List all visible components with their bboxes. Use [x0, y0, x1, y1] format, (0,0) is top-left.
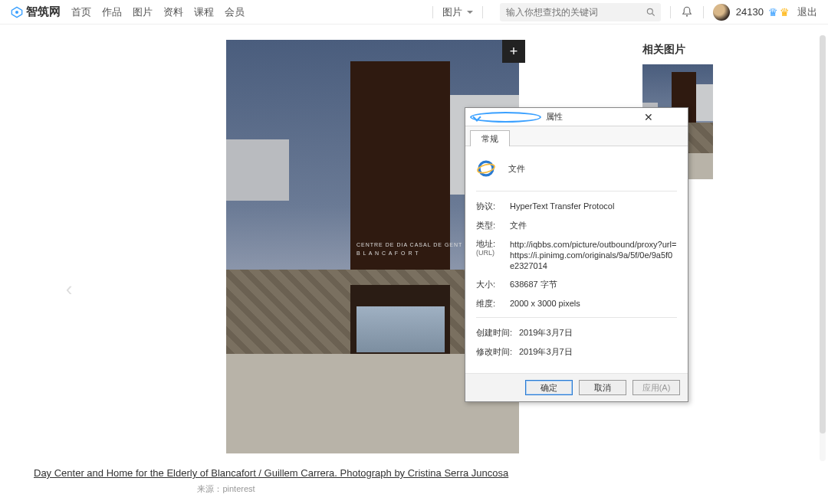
divider — [703, 6, 704, 18]
search-input[interactable] — [500, 3, 661, 21]
main-content: ‹ CENTRE DE DIA CASAL DE GENT GRAN B L A… — [0, 25, 828, 499]
dialog-titlebar[interactable]: 属性 ✕ — [465, 108, 688, 126]
close-icon[interactable]: ✕ — [615, 110, 683, 124]
size-key: 大小: — [476, 279, 510, 290]
add-button[interactable]: + — [502, 40, 525, 63]
divider — [432, 6, 433, 18]
dialog-icon — [470, 112, 541, 123]
site-logo[interactable]: 智筑网 — [11, 5, 61, 19]
ok-button[interactable]: 确定 — [525, 380, 573, 395]
user-points: 24130 — [736, 6, 764, 18]
dialog-tabs: 常规 — [465, 126, 688, 146]
main-nav: 首页 作品 图片 资料 课程 会员 — [71, 5, 245, 19]
chevron-down-icon — [467, 11, 473, 17]
scrollbar-thumb[interactable] — [820, 35, 826, 434]
caption-link[interactable]: Day Center and Home for the Elderly of B… — [34, 467, 508, 479]
top-bar: 智筑网 首页 作品 图片 资料 课程 会员 图片 24130 ♛ ♛ 退出 — [0, 0, 828, 25]
nav-home[interactable]: 首页 — [71, 5, 91, 19]
type-key: 类型: — [476, 220, 510, 231]
nav-materials[interactable]: 资料 — [163, 5, 183, 19]
modified-value: 2019年3月7日 — [519, 346, 677, 358]
search-icon[interactable] — [646, 7, 656, 18]
created-value: 2019年3月7日 — [519, 327, 677, 339]
nav-courses[interactable]: 课程 — [194, 5, 214, 19]
dim-key: 维度: — [476, 298, 510, 309]
modified-key: 修改时间: — [476, 346, 519, 358]
site-name: 智筑网 — [26, 5, 61, 19]
svg-point-2 — [647, 8, 652, 14]
bell-icon[interactable] — [680, 5, 694, 19]
file-type-label: 文件 — [508, 163, 525, 175]
protocol-key: 协议: — [476, 201, 510, 212]
nav-members[interactable]: 会员 — [225, 5, 245, 19]
ie-icon — [476, 159, 496, 178]
tab-general[interactable]: 常规 — [470, 130, 510, 146]
badges: ♛ ♛ — [768, 6, 790, 18]
divider — [482, 6, 483, 18]
type-value: 文件 — [510, 220, 677, 231]
prev-arrow[interactable]: ‹ — [61, 277, 77, 300]
apply-button[interactable]: 应用(A) — [632, 380, 680, 395]
size-value: 638687 字节 — [510, 279, 677, 290]
cancel-button[interactable]: 取消 — [579, 380, 626, 395]
protocol-value: HyperText Transfer Protocol — [510, 201, 677, 212]
dialog-body: 文件 协议:HyperText Transfer Protocol 类型:文件 … — [465, 146, 688, 373]
svg-point-4 — [686, 15, 688, 16]
crown-gold-icon: ♛ — [780, 6, 790, 18]
dim-value: 2000 x 3000 pixels — [510, 298, 677, 309]
svg-point-1 — [15, 11, 18, 14]
crown-blue-icon: ♛ — [768, 6, 778, 18]
svg-line-3 — [652, 13, 655, 15]
search-bar — [500, 3, 661, 21]
created-key: 创建时间: — [476, 327, 519, 339]
search-scope-dropdown[interactable]: 图片 — [442, 5, 473, 19]
related-title: 相关图片 — [642, 43, 817, 57]
scrollbar[interactable] — [820, 35, 826, 461]
logo-icon — [11, 6, 23, 18]
nav-images[interactable]: 图片 — [133, 5, 153, 19]
logout-link[interactable]: 退出 — [797, 5, 817, 19]
nav-works[interactable]: 作品 — [102, 5, 122, 19]
dropdown-label: 图片 — [442, 5, 462, 19]
dialog-title: 属性 — [546, 111, 614, 123]
url-value: http://iqbbs.com/picture/outbound/proxy?… — [510, 239, 677, 271]
dialog-footer: 确定 取消 应用(A) — [465, 373, 688, 401]
properties-dialog: 属性 ✕ 常规 文件 协议:HyperText Transfer Protoco… — [465, 107, 688, 402]
image-caption: Day Center and Home for the Elderly of B… — [11, 467, 641, 479]
divider — [670, 6, 671, 18]
avatar[interactable] — [713, 4, 730, 21]
image-source: 来源：pinterest — [197, 483, 454, 495]
url-key: 地址:(URL) — [476, 239, 510, 271]
